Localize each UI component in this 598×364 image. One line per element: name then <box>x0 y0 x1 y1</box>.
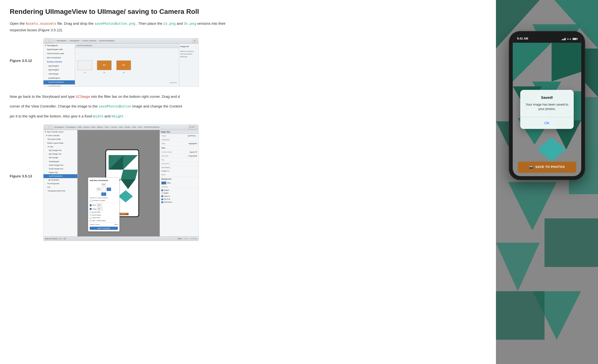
sqh-checkbox[interactable] <box>90 214 91 216</box>
sb-squareimg[interactable]: Square Img <box>43 171 77 174</box>
clip-check[interactable] <box>161 199 163 200</box>
camera-icon: 📷 <box>529 165 534 170</box>
align-label: Align: Leading Edges <box>92 220 106 222</box>
inspector-toggle[interactable]: ⊟ <box>192 39 197 43</box>
sidebar-item-bigtri2[interactable]: bigTriangle2 <box>43 68 75 72</box>
sb-view[interactable]: ▼ View <box>43 145 77 149</box>
clears-check[interactable] <box>161 195 163 197</box>
svg-marker-1 <box>123 155 138 170</box>
UIImage-link[interactable]: UIImage <box>76 95 90 99</box>
label-2x: 2x <box>103 71 105 74</box>
inspector-image-label: Image <box>161 134 166 137</box>
align-checkbox[interactable] <box>90 220 91 222</box>
clip-row: Clip To B... <box>160 198 199 201</box>
width-value[interactable]: 178 <box>97 204 102 207</box>
sidebar-item-bigtri1[interactable]: bigTriangle1 <box>43 64 75 68</box>
assets-right-panel: Image Set Select an asset to view and ed… <box>179 44 199 86</box>
signal-bar-4 <box>565 38 566 40</box>
hidden-row: Hidden <box>160 192 199 195</box>
width-checkbox[interactable] <box>90 204 92 206</box>
opaque-check[interactable] <box>161 190 163 191</box>
sb-midtri[interactable]: Mid Triangle <box>43 156 77 159</box>
sb-bottom-layout[interactable]: Bottom Layout Guide <box>43 141 77 145</box>
page-title: Rendering UIImageView to UIImage/ saving… <box>10 7 228 16</box>
aspect-checkbox[interactable] <box>90 217 91 219</box>
width-label: Width <box>92 204 96 207</box>
asset-slot-3x: IMG 3x <box>116 60 131 74</box>
phone-screen: 9:41 AM ▲▲ <box>513 35 581 176</box>
hidden-check[interactable] <box>161 192 163 194</box>
sb-entry[interactable]: → Storyboard Entry Point <box>43 189 77 193</box>
right-panel-title: Image Set <box>180 45 198 49</box>
constraint-top-input[interactable]: 161 <box>101 183 106 186</box>
nav-forward-2[interactable]: › <box>50 125 53 129</box>
sidebar-item-midtri[interactable]: midTriangle <box>43 72 75 76</box>
sb-exit[interactable]: Exit <box>43 185 77 189</box>
inspector-toggle-2[interactable]: ⊟ ⊡ ⊢ <box>188 125 197 129</box>
paragraph-2c: pin it to the right and the bottom. Also… <box>10 113 228 120</box>
battery-icon <box>572 38 577 40</box>
autoresize-check[interactable] <box>161 201 163 203</box>
clears-row: Clears G... <box>160 195 199 198</box>
sidebar-item-assets[interactable]: Assets.xcassets <box>43 60 75 64</box>
assets-xcassets-link[interactable]: Assets.xcassets <box>26 22 56 26</box>
constraints-panel: Add New Constraints 161 35 8 <box>88 177 120 232</box>
sb-first-responder[interactable]: First Responder <box>43 182 77 185</box>
sidebar-item-savephotos[interactable]: savePhotosButton <box>43 80 75 84</box>
save-photos-button-link-1[interactable]: savePhotosButton.png <box>95 22 135 26</box>
inspector-tag-row: Tag <box>160 158 199 162</box>
status-time: 9:41 AM <box>517 36 528 41</box>
sb-smalltri2[interactable]: Small Triangle Two <box>43 167 77 171</box>
para2c-and: and <box>104 114 112 118</box>
sb-top-layout[interactable]: Top Layout Guide <box>43 137 77 141</box>
nav-forward[interactable]: › <box>50 39 53 43</box>
nav-back[interactable]: ‹ <box>45 39 49 43</box>
width-link[interactable]: Width <box>93 115 104 118</box>
inspector-mode-label: Content Mode <box>161 151 172 153</box>
nav-back-2[interactable]: ‹ <box>45 125 49 129</box>
constraint-left-input[interactable]: 35 <box>96 188 101 191</box>
add-constraints-button[interactable]: Add 4 Constraints <box>90 227 118 230</box>
sqw-checkbox[interactable] <box>90 211 91 213</box>
inspector-interaction-detail: User Interac... <box>160 166 199 169</box>
3x-link[interactable]: 3x.png <box>184 22 196 26</box>
height-link[interactable]: Height <box>112 115 124 118</box>
assets-center: 1x IMG 2x IMG <box>75 48 179 86</box>
sb-vc[interactable]: ▼ View Controller <box>43 134 77 137</box>
save-to-photos-button[interactable]: 📷 SAVE TO PHOTOS <box>518 162 576 173</box>
sb-constraints[interactable]: ▶ Constraints <box>43 178 77 182</box>
svg-marker-5 <box>121 179 135 189</box>
asset-box-2x[interactable]: IMG <box>97 60 112 70</box>
zoom-text: 100% <box>178 237 182 240</box>
inspector-semantic-value: Unspecified <box>188 155 197 157</box>
alert-ok-button[interactable]: OK <box>520 117 574 129</box>
xcode-bottom-bar: View as: iPhone 7 (↓C →R) 100% 0 164 1 ⊟… <box>43 236 199 241</box>
bg-color-swatch[interactable] <box>161 182 166 184</box>
asset-box-3x[interactable]: IMG <box>116 60 131 70</box>
sb-bigtri2[interactable]: Big Triangle Two <box>43 152 77 156</box>
height-label: Height <box>92 208 96 210</box>
height-checkbox[interactable] <box>90 208 92 210</box>
2x-link[interactable]: 2x.png <box>163 22 175 26</box>
phone-body: 9:41 AM ▲▲ <box>509 32 585 180</box>
sidebar-item-smalltri1[interactable]: smallTriangle1 <box>43 84 75 86</box>
sidebar-item-main-story[interactable]: Main.storyboard <box>43 56 75 60</box>
sb-parallelogram[interactable]: Parallelogram <box>43 160 77 163</box>
sidebar-item-viewctrl[interactable]: ViewController.swift <box>43 52 75 56</box>
universal-label: Universal <box>170 81 177 84</box>
inspector-title: Image View <box>161 131 170 133</box>
background-color-row: Defa... <box>160 181 199 185</box>
sidebar-item-parallelogram[interactable]: parallelogram <box>43 76 75 80</box>
sb-savephotos[interactable]: savePhotosButton <box>43 174 77 178</box>
sb-scene[interactable]: ▼ View Controller Scene <box>43 130 77 134</box>
save-photos-btn-link-2[interactable]: savePhotosButton <box>99 105 131 108</box>
sb-smalltri1[interactable]: Small Triangle One <box>43 163 77 167</box>
square-widths-row: Equal Widths <box>90 211 118 214</box>
sidebar-item-appdel[interactable]: AppDelegate.swift <box>43 48 75 52</box>
constraint-right-input[interactable]: 8 <box>107 188 111 191</box>
margins-checkbox[interactable] <box>90 200 91 202</box>
asset-box-1x[interactable] <box>78 60 92 70</box>
height-value[interactable]: 38 <box>97 207 103 211</box>
constraint-bottom-input[interactable]: 8 <box>101 192 106 196</box>
sb-bigtri1[interactable]: Big Triangle One <box>43 149 77 152</box>
